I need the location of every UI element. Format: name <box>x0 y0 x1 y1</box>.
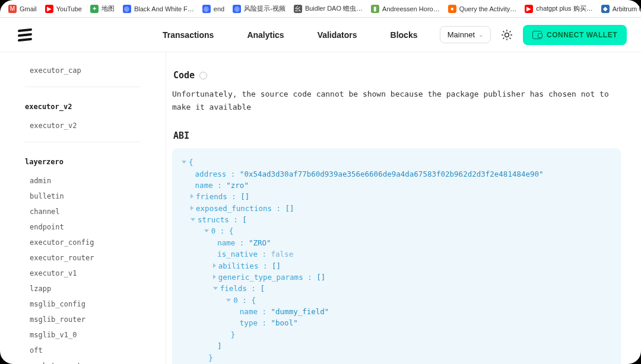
sidebar: executor_capexecutor_v2executor_v2layerz… <box>0 52 166 364</box>
sidebar-item[interactable]: bulletin <box>0 189 166 204</box>
struct-0-is-native: false <box>271 250 294 258</box>
code-unavailable-message: Unfortunately, the source code cannot be… <box>172 88 621 114</box>
bookmark-label: Buidler DAO 蟾虫… <box>305 4 363 13</box>
bookmark-label: Gmail <box>20 5 37 12</box>
code-title-text: Code <box>173 70 195 81</box>
nav-tab[interactable]: Validators <box>318 30 357 40</box>
bookmark-item[interactable]: ◆Arbitrum One Port… <box>601 5 641 13</box>
svg-point-0 <box>505 33 509 37</box>
network-label: Mainnet <box>448 30 475 39</box>
field-0-idx: 0 <box>233 296 238 305</box>
struct-0-idx: 0 <box>211 226 216 235</box>
bookmark-label: 地图 <box>101 4 115 13</box>
sidebar-group-title[interactable]: layerzero <box>0 154 166 170</box>
sidebar-item[interactable]: executor_router <box>0 250 166 266</box>
bookmark-label: chatgpt plus 购买… <box>536 4 592 13</box>
app-logo[interactable] <box>18 28 32 42</box>
bookmark-item[interactable]: ◎风险提示-视频 <box>233 4 285 13</box>
struct-0-name: ZRO <box>253 238 266 247</box>
nav-tab[interactable]: Blocks <box>391 30 418 40</box>
bookmark-icon: ▶ <box>45 5 53 13</box>
abi-section-title: ABI <box>173 130 621 141</box>
bookmark-label: Query the Activity… <box>459 5 517 12</box>
sidebar-item[interactable]: executor_config <box>0 235 166 250</box>
svg-line-5 <box>503 31 504 31</box>
bookmark-item[interactable]: ▮Andreessen Horo… <box>371 5 440 13</box>
bookmark-label: YouTube <box>56 5 82 12</box>
abi-address: 0x54ad3d30af77b60d939ae356e6606de9a4da67… <box>244 170 539 178</box>
bookmark-icon: ◎ <box>233 5 241 13</box>
bookmark-item[interactable]: ▶chatgpt plus 购买… <box>525 4 592 13</box>
connect-wallet-button[interactable]: CONNECT WALLET <box>523 25 627 45</box>
bookmark-item[interactable]: ▶YouTube <box>45 5 82 13</box>
sidebar-item[interactable]: executor_cap <box>0 63 166 78</box>
bookmark-icon: ✦ <box>90 5 99 13</box>
sidebar-group-title[interactable]: executor_v2 <box>0 99 166 114</box>
wallet-icon <box>532 31 542 39</box>
app-header: TransactionsAnalyticsValidatorsBlocks Ma… <box>0 18 641 52</box>
theme-toggle[interactable] <box>497 25 517 45</box>
bookmark-item[interactable]: ✦地图 <box>90 4 115 13</box>
sidebar-item[interactable]: lzapp <box>0 281 166 296</box>
bookmark-label: Black And White F… <box>134 5 194 12</box>
struct-0-fields-close: ] <box>217 341 222 350</box>
nav-tabs: TransactionsAnalyticsValidatorsBlocks <box>163 30 417 40</box>
struct-0-abilities: [] <box>272 261 281 270</box>
bookmark-icon: ◆ <box>601 5 610 13</box>
chevron-down-icon: ⌄ <box>478 31 483 38</box>
abi-title-text: ABI <box>173 130 189 141</box>
main-panel: Code Unfortunately, the source code cann… <box>166 52 641 364</box>
bookmark-icon: ▮ <box>371 5 379 13</box>
bookmark-icon: ● <box>448 5 456 13</box>
abi-json-viewer[interactable]: { address : "0x54ad3d30af77b60d939ae356e… <box>172 148 621 364</box>
nav-tab[interactable]: Analytics <box>247 30 284 40</box>
sidebar-item[interactable]: packet_event <box>0 358 166 364</box>
content-body: executor_capexecutor_v2executor_v2layerz… <box>0 52 641 364</box>
bookmark-item[interactable]: MGmail <box>8 5 37 13</box>
svg-line-7 <box>503 38 504 39</box>
bookmark-item[interactable]: ●Query the Activity… <box>448 5 517 13</box>
sidebar-item[interactable]: msglib_config <box>0 296 166 312</box>
code-section-title: Code <box>173 70 621 81</box>
bookmark-label: Arbitrum One Port… <box>613 5 641 12</box>
bookmark-label: 风险提示-视频 <box>244 4 285 13</box>
bookmark-icon: 幺 <box>294 5 302 13</box>
sidebar-item[interactable]: msglib_router <box>0 312 166 327</box>
bookmark-icon: ◎ <box>202 5 211 13</box>
svg-line-8 <box>510 31 510 31</box>
bookmark-item[interactable]: 幺Buidler DAO 蟾虫… <box>294 4 363 13</box>
bookmark-label: Andreessen Horo… <box>382 5 440 12</box>
bookmark-label: end <box>214 5 224 12</box>
bookmark-icon: ▶ <box>525 5 533 13</box>
bookmark-item[interactable]: ◎Black And White F… <box>123 5 194 13</box>
sidebar-item[interactable]: executor_v1 <box>0 266 166 281</box>
sun-icon <box>501 29 513 41</box>
abi-friends: [] <box>240 192 249 201</box>
struct-0-gtp: [] <box>316 273 325 282</box>
struct-0-fields-open: [ <box>260 284 265 293</box>
sidebar-item[interactable]: admin <box>0 173 166 189</box>
bookmark-icon: M <box>8 5 17 13</box>
svg-line-6 <box>510 38 510 39</box>
abi-structs-open: [ <box>242 215 247 224</box>
sidebar-item[interactable]: executor_v2 <box>0 118 166 133</box>
info-icon[interactable] <box>199 72 207 79</box>
network-selector[interactable]: Mainnet ⌄ <box>440 26 491 43</box>
nav-tab[interactable]: Transactions <box>163 30 214 40</box>
sidebar-item[interactable]: oft <box>0 343 166 358</box>
field-0-type: bool <box>275 318 293 327</box>
bookmarks-bar: MGmail▶YouTube✦地图◎Black And White F…◎end… <box>0 0 641 18</box>
sidebar-item[interactable]: msglib_v1_0 <box>0 327 166 343</box>
field-0-name: dummy_field <box>275 307 325 316</box>
sidebar-item[interactable]: channel <box>0 204 166 219</box>
bookmark-item[interactable]: ◎end <box>202 5 224 13</box>
bookmark-icon: ◎ <box>123 5 131 13</box>
abi-exposed-functions: [] <box>285 204 294 213</box>
wallet-label: CONNECT WALLET <box>547 31 617 39</box>
abi-name: zro <box>231 181 245 190</box>
sidebar-item[interactable]: endpoint <box>0 219 166 235</box>
